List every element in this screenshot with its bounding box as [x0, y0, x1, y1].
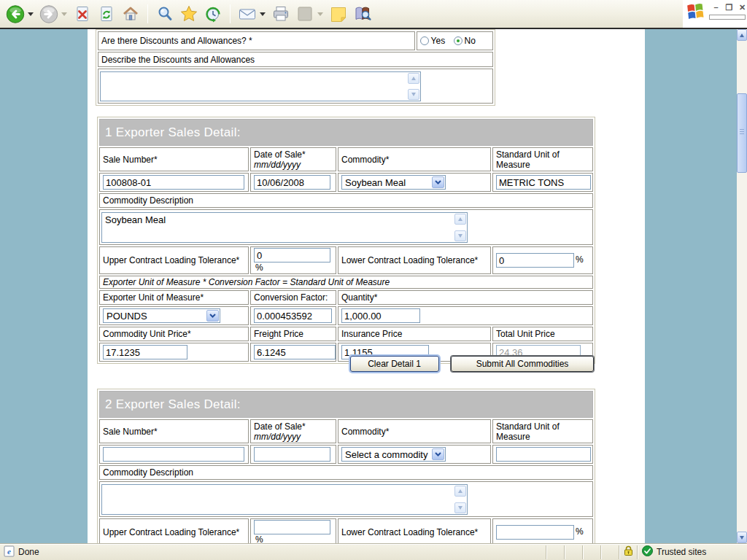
trusted-check-icon	[642, 545, 653, 559]
edit-dropdown-icon	[317, 4, 324, 23]
discounts-description-textarea-wrap	[100, 71, 421, 101]
clear-detail-button[interactable]: Clear Detail 1	[350, 356, 439, 372]
close-button[interactable]: ✕	[737, 3, 747, 12]
scroll-up-icon[interactable]	[454, 486, 466, 497]
upper-tolerance-input[interactable]	[254, 520, 330, 534]
toolbar-separator	[230, 4, 231, 23]
percent-sign: %	[255, 534, 263, 543]
scrollbar-down-icon[interactable]	[737, 532, 747, 543]
percent-sign: %	[576, 254, 584, 265]
restore-button[interactable]: ❐	[724, 3, 735, 12]
standard-unit-input[interactable]	[496, 447, 591, 462]
date-of-sale-label: Date of Sale*	[254, 149, 333, 160]
mail-icon[interactable]	[238, 4, 257, 23]
scroll-up-icon[interactable]	[454, 214, 466, 225]
sale-number-input[interactable]	[103, 175, 244, 190]
vertical-scrollbar[interactable]	[737, 29, 747, 543]
status-zone-2	[564, 545, 582, 559]
lower-tolerance-input[interactable]	[496, 253, 574, 268]
browser-viewport: Are there Discounts and Allowances? * Ye…	[0, 29, 737, 543]
mail-dropdown-icon[interactable]	[259, 4, 266, 23]
discounts-no-radio[interactable]	[454, 36, 462, 45]
exporter-sales-detail-2-table: 2 Exporter Sales Detail: Sale Number* Da…	[97, 389, 595, 543]
scroll-down-icon[interactable]	[454, 502, 466, 513]
back-icon[interactable]	[6, 4, 25, 23]
commodity-unit-price-label: Commodity Unit Price*	[103, 329, 191, 339]
discounts-description-textarea[interactable]	[101, 72, 406, 101]
forward-dropdown-icon	[61, 4, 68, 23]
upper-tolerance-input[interactable]	[254, 248, 330, 262]
commodity-label: Commodity*	[341, 155, 389, 165]
textarea-scrollbar	[408, 73, 419, 100]
upper-tolerance-label: Upper Contract Loading Tolerance*	[103, 527, 239, 537]
status-bar: e Done Trusted sites	[0, 543, 747, 560]
favorites-icon[interactable]	[179, 4, 198, 23]
exporter-unit-select[interactable]: POUNDS	[103, 308, 220, 323]
date-of-sale-input[interactable]	[254, 175, 330, 190]
chevron-down-icon[interactable]	[432, 176, 444, 188]
scrollbar-up-icon[interactable]	[737, 29, 747, 41]
conversion-formula-note: Exporter Unit of Measure * Conversion Fa…	[103, 277, 390, 287]
chevron-down-icon[interactable]	[206, 310, 219, 322]
submit-all-commodities-button[interactable]: Submit All Commodities	[451, 356, 594, 372]
sale-number-label: Sale Number*	[103, 427, 158, 437]
window-chrome-box	[709, 15, 746, 20]
discounts-yes-radio[interactable]	[420, 36, 429, 45]
history-icon[interactable]	[204, 4, 222, 23]
home-icon[interactable]	[121, 4, 140, 23]
lower-tolerance-input[interactable]	[496, 525, 574, 540]
back-dropdown-icon[interactable]	[27, 4, 34, 23]
security-zone-text: Trusted sites	[657, 547, 706, 557]
scrollbar-thumb[interactable]	[737, 93, 747, 173]
svg-text:e: e	[7, 547, 11, 556]
commodity-select[interactable]: Soybean Meal	[341, 175, 446, 190]
sale-number-label: Sale Number*	[103, 155, 158, 165]
total-unit-price-label: Total Unit Price	[496, 329, 555, 339]
commodity-description-textarea[interactable]: Soybean Meal	[102, 213, 453, 242]
toolbar-separator	[147, 4, 148, 23]
stop-icon[interactable]	[73, 4, 92, 23]
forward-icon[interactable]	[39, 4, 58, 23]
search-icon[interactable]	[155, 4, 174, 23]
lock-icon	[624, 545, 633, 559]
page-icon: e	[4, 545, 15, 559]
conversion-factor-input[interactable]	[254, 308, 332, 323]
standard-unit-input[interactable]	[496, 175, 591, 190]
status-zone-4	[600, 545, 619, 559]
standard-unit-label: Standard Unit of Measure	[496, 149, 560, 170]
print-icon[interactable]	[271, 4, 290, 23]
chevron-down-icon[interactable]	[432, 448, 444, 460]
date-format-label: mm/dd/yyyy	[254, 432, 333, 442]
section1-header: 1 Exporter Sales Detail:	[99, 119, 593, 146]
scroll-down-icon[interactable]	[454, 230, 466, 241]
commodity-description-textarea[interactable]	[102, 485, 453, 514]
scroll-up-icon[interactable]	[408, 73, 419, 84]
commodity-select[interactable]: Select a commodity	[341, 447, 446, 462]
commodity-description-label: Commodity Description	[103, 195, 193, 206]
section2-header: 2 Exporter Sales Detail:	[99, 391, 593, 418]
commodity-description-textarea-wrap	[101, 484, 468, 515]
discounts-table: Are there Discounts and Allowances? * Ye…	[96, 29, 495, 106]
commodity-select-value: Select a commodity	[345, 449, 427, 460]
notes-icon[interactable]	[329, 4, 348, 23]
refresh-icon[interactable]	[97, 4, 116, 23]
window-chrome: – ❐ ✕	[683, 0, 747, 29]
sale-number-input[interactable]	[103, 447, 244, 462]
date-of-sale-input[interactable]	[254, 447, 330, 462]
status-zone-lock	[619, 545, 637, 559]
quantity-label: Quantity*	[341, 292, 377, 303]
commodity-select-value: Soybean Meal	[345, 177, 406, 188]
commodity-description-textarea-wrap: Soybean Meal	[101, 212, 468, 243]
upper-tolerance-label: Upper Contract Loading Tolerance*	[103, 255, 239, 265]
discounts-no-label: No	[465, 36, 476, 46]
conversion-factor-label: Conversion Factor:	[254, 292, 328, 303]
standard-unit-label: Standard Unit of Measure	[496, 421, 560, 442]
discounts-question-label: Are there Discounts and Allowances? *	[101, 36, 252, 46]
quantity-input[interactable]	[341, 308, 420, 323]
research-icon[interactable]	[353, 4, 372, 23]
scroll-down-icon[interactable]	[408, 89, 419, 100]
exporter-unit-label: Exporter Unit of Measure*	[103, 292, 204, 303]
minimize-button[interactable]: –	[711, 3, 721, 12]
form-page: Are there Discounts and Allowances? * Ye…	[88, 29, 645, 543]
lower-tolerance-label: Lower Contract Loading Tolerance*	[341, 255, 478, 265]
